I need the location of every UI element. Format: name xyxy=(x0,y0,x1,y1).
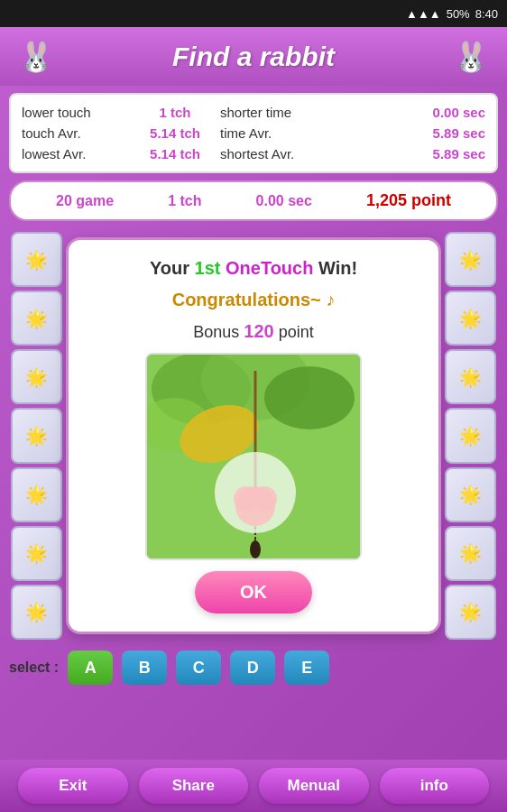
left-cell-4[interactable]: 🌟 xyxy=(11,408,62,463)
right-cell-4[interactable]: 🌟 xyxy=(445,408,496,463)
svg-point-12 xyxy=(215,452,296,533)
stat-label-time-avr: time Avr. xyxy=(220,125,337,141)
status-bar: ▲▲▲ 50% 8:40 xyxy=(0,0,507,27)
battery-label: 50% xyxy=(447,7,470,21)
wifi-icon: ▲▲▲ xyxy=(406,7,441,21)
header: 🐰 Find a rabbit 🐰 xyxy=(0,27,507,86)
right-cell-7[interactable]: 🌟 xyxy=(445,585,496,640)
stats-row-1: lower touch 1 tch shorter time 0.00 sec xyxy=(22,102,485,123)
ok-button[interactable]: OK xyxy=(195,571,312,614)
stat-label-lowest-avr: lowest Avr. xyxy=(22,146,130,161)
select-btn-e[interactable]: E xyxy=(284,651,329,685)
right-column: 🌟 🌟 🌟 🌟 🌟 🌟 🌟 xyxy=(441,228,500,643)
win-dialog: Your 1st OneTouch Win! Congratulations~ … xyxy=(66,237,441,634)
stats-row-3: lowest Avr. 5.14 tch shortest Avr. 5.89 … xyxy=(22,143,485,164)
right-cell-1[interactable]: 🌟 xyxy=(445,232,496,287)
app-title: Find a rabbit xyxy=(172,42,335,72)
score-time: 0.00 sec xyxy=(256,193,312,209)
score-games: 20 game xyxy=(56,193,114,209)
dialog-congrats: Congratulations~ ♪ xyxy=(172,290,336,310)
stat-val-shortest-avr: 5.89 sec xyxy=(337,146,485,161)
stat-label-touch-avr: touch Avr. xyxy=(22,125,130,141)
select-row: select : A B C D E xyxy=(9,651,498,685)
exit-button[interactable]: Exit xyxy=(18,768,128,804)
stats-container: lower touch 1 tch shorter time 0.00 sec … xyxy=(9,93,498,173)
game-area: 🌟 🌟 🌟 🌟 🌟 🌟 🌟 Your 1st OneTouch Win! Con… xyxy=(7,228,500,643)
share-button[interactable]: Share xyxy=(139,768,249,804)
stat-val-lowest-avr: 5.14 tch xyxy=(130,146,220,161)
right-rabbit-icon: 🐰 xyxy=(453,40,489,74)
select-btn-c[interactable]: C xyxy=(176,651,221,685)
stats-row-2: touch Avr. 5.14 tch time Avr. 5.89 sec xyxy=(22,123,485,143)
left-cell-3[interactable]: 🌟 xyxy=(11,349,62,404)
left-cell-2[interactable]: 🌟 xyxy=(11,291,62,346)
stat-label-shorter-time: shorter time xyxy=(220,105,337,120)
bottom-buttons: Exit Share Menual info xyxy=(0,760,507,812)
left-cell-7[interactable]: 🌟 xyxy=(11,585,62,640)
dialog-bonus: Bonus 120 point xyxy=(193,321,313,342)
stat-label-shortest-avr: shortest Avr. xyxy=(220,146,337,161)
manual-button[interactable]: Menual xyxy=(259,768,369,804)
select-btn-b[interactable]: B xyxy=(122,651,167,685)
stat-val-lower-touch: 1 tch xyxy=(130,105,220,120)
left-column: 🌟 🌟 🌟 🌟 🌟 🌟 🌟 xyxy=(7,228,66,643)
stat-val-shorter-time: 0.00 sec xyxy=(337,105,485,120)
right-cell-2[interactable]: 🌟 xyxy=(445,291,496,346)
dialog-title: Your 1st OneTouch Win! xyxy=(150,258,357,279)
right-cell-3[interactable]: 🌟 xyxy=(445,349,496,404)
stat-val-time-avr: 5.89 sec xyxy=(337,125,485,141)
score-touches: 1 tch xyxy=(168,193,201,209)
time-label: 8:40 xyxy=(475,7,498,21)
select-btn-d[interactable]: D xyxy=(230,651,275,685)
left-cell-5[interactable]: 🌟 xyxy=(11,467,62,522)
select-label: select : xyxy=(9,660,59,676)
info-button[interactable]: info xyxy=(380,768,490,804)
stat-val-touch-avr: 5.14 tch xyxy=(130,125,220,141)
svg-point-11 xyxy=(250,540,261,558)
left-cell-1[interactable]: 🌟 xyxy=(11,232,62,287)
stat-label-lower-touch: lower touch xyxy=(22,105,130,120)
score-points: 1,205 point xyxy=(366,191,451,210)
right-cell-6[interactable]: 🌟 xyxy=(445,526,496,581)
left-rabbit-icon: 🐰 xyxy=(18,40,54,74)
nature-image xyxy=(145,353,362,560)
svg-point-3 xyxy=(264,366,355,429)
score-bar: 20 game 1 tch 0.00 sec 1,205 point xyxy=(9,180,498,221)
right-cell-5[interactable]: 🌟 xyxy=(445,467,496,522)
left-cell-6[interactable]: 🌟 xyxy=(11,526,62,581)
select-btn-a[interactable]: A xyxy=(68,651,113,685)
